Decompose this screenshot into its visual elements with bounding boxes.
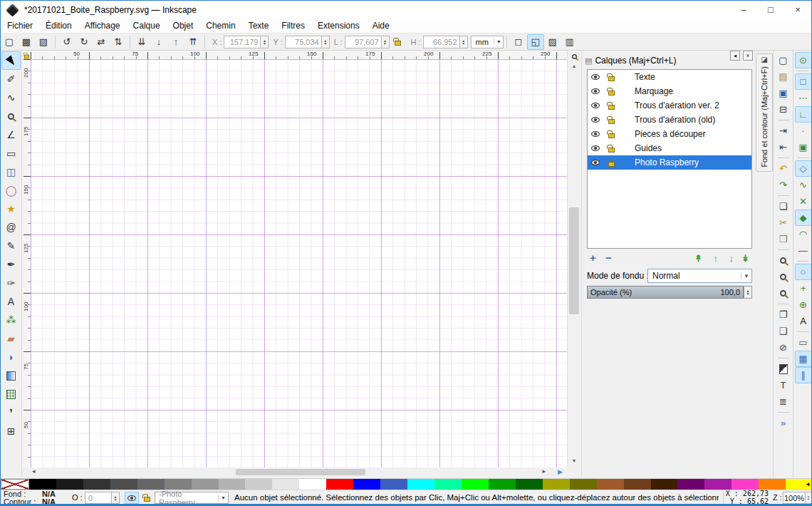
- save-document-button[interactable]: ▣: [775, 85, 792, 101]
- color-swatch[interactable]: [704, 479, 732, 490]
- layer-row[interactable]: Photo Raspberry: [588, 155, 751, 170]
- horizontal-scrollbar[interactable]: ◂ ▸ ▶: [31, 468, 567, 477]
- snap-guides-toggle[interactable]: ∥: [795, 367, 812, 383]
- star-tool[interactable]: ★: [1, 200, 21, 218]
- snap-bbox-midpoints-toggle[interactable]: ∙: [795, 123, 812, 139]
- layer-visibility-icon[interactable]: [588, 88, 603, 94]
- width-spinner[interactable]: ▲▼: [382, 36, 390, 48]
- affect-corners-toggle[interactable]: ◱: [527, 34, 544, 50]
- layers-panel-header[interactable]: ▤ Calques (Maj+Ctrl+L): [585, 55, 754, 66]
- snap-intersections-toggle[interactable]: ✕: [795, 193, 812, 210]
- ellipse-tool[interactable]: ◯: [1, 181, 21, 200]
- dropper-tool[interactable]: ❜: [1, 403, 21, 422]
- menu-affichage[interactable]: Affichage: [78, 19, 127, 33]
- menu-calque[interactable]: Calque: [127, 19, 167, 33]
- eraser-tool[interactable]: ▰: [1, 329, 21, 348]
- object-opacity-field[interactable]: 0: [85, 492, 112, 504]
- color-swatch[interactable]: [516, 479, 543, 490]
- raise-to-top-button[interactable]: ⇈: [184, 34, 202, 50]
- maximize-button[interactable]: □: [757, 1, 784, 19]
- pen-tool[interactable]: ✒: [1, 255, 21, 274]
- selector-tool[interactable]: [1, 51, 21, 70]
- unit-select[interactable]: mm▼: [471, 36, 504, 48]
- color-swatch[interactable]: [462, 479, 489, 490]
- snap-cusp-nodes-toggle[interactable]: ◆: [795, 210, 812, 226]
- color-swatch[interactable]: [110, 479, 137, 490]
- rotate-ccw-button[interactable]: ↺: [58, 34, 76, 50]
- x-field[interactable]: [224, 36, 261, 48]
- snap-bbox-toggle[interactable]: □: [795, 73, 812, 90]
- color-swatch[interactable]: [353, 479, 380, 490]
- layer-visibility-icon[interactable]: [588, 160, 603, 165]
- menu-filtres[interactable]: Filtres: [275, 19, 311, 33]
- snap-object-centers-toggle[interactable]: +: [795, 280, 812, 296]
- close-button[interactable]: ×: [784, 1, 811, 19]
- layer-row[interactable]: Pieces à découper: [588, 127, 751, 141]
- title-bar[interactable]: *20171021_Boite_Raspberry.svg — Inkscape…: [1, 1, 811, 19]
- select-all-layers-button[interactable]: ▩: [18, 34, 35, 50]
- snap-text-baseline-toggle[interactable]: A: [795, 313, 812, 329]
- layer-visibility-icon[interactable]: [588, 131, 603, 137]
- layer-visibility-toggle[interactable]: [125, 492, 139, 504]
- flip-horizontal-button[interactable]: ⇄: [93, 34, 110, 50]
- raise-button[interactable]: ↑: [167, 34, 184, 50]
- color-swatch[interactable]: [219, 479, 246, 490]
- undo-button[interactable]: ↶: [775, 160, 792, 177]
- layer-opacity-slider[interactable]: Opacité (%) 100,0: [587, 286, 744, 299]
- layer-visibility-icon[interactable]: [588, 145, 603, 151]
- paste-button[interactable]: ❒: [775, 231, 792, 247]
- copy-button[interactable]: ❏: [775, 198, 792, 215]
- color-swatch[interactable]: [759, 479, 786, 490]
- color-swatch[interactable]: [56, 479, 83, 490]
- layer-lock-icon[interactable]: [603, 102, 619, 110]
- raise-layer-button[interactable]: ↑: [714, 253, 719, 264]
- affect-gradient-toggle[interactable]: ▨: [544, 34, 561, 50]
- color-swatch[interactable]: [29, 479, 56, 490]
- lower-layer-to-bottom-button[interactable]: ↡: [741, 253, 749, 264]
- menu-chemin[interactable]: Chemin: [199, 19, 241, 33]
- deselect-button[interactable]: ▧: [35, 34, 52, 50]
- snap-paths-toggle[interactable]: ∿: [795, 177, 812, 193]
- color-swatch[interactable]: [651, 479, 678, 490]
- add-layer-button[interactable]: +: [590, 252, 596, 264]
- snap-enable-toggle[interactable]: ⊙: [795, 52, 812, 68]
- menu-extensions[interactable]: Extensions: [311, 19, 366, 33]
- node-tool[interactable]: ✐: [1, 70, 21, 88]
- color-swatch[interactable]: [489, 479, 516, 490]
- print-button[interactable]: ⊟: [775, 101, 792, 118]
- layer-visibility-icon[interactable]: [588, 74, 603, 80]
- menu-fichier[interactable]: Fichier: [1, 19, 39, 33]
- lower-layer-button[interactable]: ↓: [729, 253, 734, 264]
- open-document-button[interactable]: ▤: [775, 68, 792, 85]
- text-dialog-button[interactable]: T: [775, 377, 792, 393]
- palette-scroll-left-icon[interactable]: ◄: [805, 481, 811, 487]
- current-layer-select[interactable]: -Photo Raspberry▼: [155, 492, 229, 504]
- lower-button[interactable]: ↓: [150, 34, 167, 50]
- cut-button[interactable]: ✂: [775, 215, 792, 231]
- select-all-button[interactable]: ▢: [1, 34, 18, 50]
- blend-mode-select[interactable]: Normal▼: [647, 269, 752, 283]
- lock-ratio-icon[interactable]: [390, 34, 407, 50]
- paint-bucket-tool[interactable]: ◗: [1, 348, 21, 366]
- mesh-tool[interactable]: [1, 385, 21, 403]
- snap-others-toggle[interactable]: ○: [795, 264, 812, 280]
- color-swatch[interactable]: [83, 479, 110, 490]
- sticky-zoom-icon[interactable]: [568, 51, 581, 62]
- rectangle-tool[interactable]: ▭: [1, 144, 21, 162]
- snap-bbox-centers-toggle[interactable]: ▣: [795, 139, 812, 155]
- zoom-selection-button[interactable]: [775, 252, 792, 269]
- color-swatch[interactable]: [380, 479, 407, 490]
- redo-button[interactable]: ↷: [775, 177, 792, 193]
- snap-bbox-edges-toggle[interactable]: ⋯: [795, 90, 812, 106]
- layer-lock-icon[interactable]: [603, 88, 619, 95]
- import-button[interactable]: ⇥: [775, 123, 792, 139]
- layer-lock-icon[interactable]: [603, 130, 619, 138]
- color-swatch[interactable]: [543, 479, 570, 490]
- vertical-scrollbar[interactable]: ▴ ▾: [567, 51, 580, 468]
- spray-tool[interactable]: ⁂: [1, 311, 21, 329]
- color-swatch[interactable]: [732, 479, 759, 490]
- layer-row[interactable]: Texte: [588, 70, 751, 84]
- color-swatch[interactable]: [245, 479, 272, 490]
- text-tool[interactable]: A: [1, 292, 21, 311]
- raise-layer-to-top-button[interactable]: ↟: [694, 253, 702, 264]
